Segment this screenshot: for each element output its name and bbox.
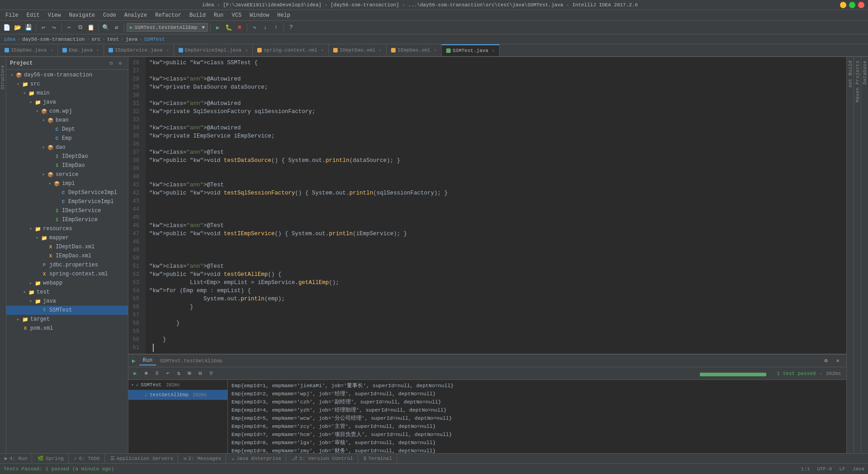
redo-btn[interactable]: ↪ bbox=[49, 23, 59, 33]
nav-idea[interactable]: idea bbox=[4, 37, 15, 42]
tree-item-target[interactable]: ▸ 📁 target bbox=[6, 315, 128, 324]
tab-empserviceimpljava[interactable]: EmpServiceImpl.java ✕ bbox=[174, 44, 253, 56]
bottom-tool-2-messages[interactable]: ✉2: Messages bbox=[179, 454, 226, 464]
tree-item-java-main[interactable]: ▾ 📁 java bbox=[6, 98, 128, 107]
tree-item-impl[interactable]: ▾ 📦 impl bbox=[6, 179, 128, 188]
tab-close-icon[interactable]: ✕ bbox=[166, 47, 169, 53]
run-btn[interactable]: ▶ bbox=[213, 23, 223, 33]
tree-item-day56[interactable]: ▾ 📦 day56-ssm-transaction bbox=[6, 71, 128, 80]
tree-item-EmpServiceImpl[interactable]: C EmpServiceImpl bbox=[6, 197, 128, 206]
menu-help[interactable]: Help bbox=[274, 11, 294, 19]
tree-item-IEmpService[interactable]: I IEmpService bbox=[6, 215, 128, 224]
tree-item-spring-context.xml[interactable]: X spring-context.xml bbox=[6, 270, 128, 279]
step-over-btn[interactable]: ↷ bbox=[250, 23, 259, 33]
undo-btn[interactable]: ↩ bbox=[38, 23, 48, 33]
cursor-pos[interactable]: 1:1 bbox=[801, 466, 810, 472]
tree-item-IEmpDao.xml[interactable]: X IEmpDao.xml bbox=[6, 251, 128, 261]
nav-ssmtest[interactable]: SSMTest bbox=[144, 37, 165, 42]
database-panel[interactable]: Database bbox=[861, 57, 868, 453]
bottom-tool-2-version-control[interactable]: ⎇2: Version Control bbox=[287, 454, 358, 464]
tree-item-IDeptDao[interactable]: I IDeptDao bbox=[6, 152, 128, 161]
close-btn[interactable] bbox=[858, 2, 864, 8]
debug-btn[interactable]: 🐛 bbox=[224, 23, 234, 33]
nav-src[interactable]: src bbox=[91, 37, 100, 42]
step-into-btn[interactable]: ↓ bbox=[260, 23, 270, 33]
bottom-tool-application-servers[interactable]: ☰Application Servers bbox=[106, 454, 178, 464]
menu-refactor[interactable]: Refactor bbox=[151, 11, 185, 19]
tab-ideptdaoxml[interactable]: IDeptDao.xml ✕ bbox=[329, 44, 387, 56]
step-out-btn[interactable]: ↑ bbox=[271, 23, 281, 33]
run-settings-btn[interactable]: ⚙ bbox=[821, 356, 831, 366]
run-filter-btn[interactable]: ▽ bbox=[206, 369, 216, 379]
tab-spring-contextxml[interactable]: spring-context.xml ✕ bbox=[253, 44, 329, 56]
replace-btn[interactable]: ⇄ bbox=[112, 23, 122, 33]
run-close-btn[interactable]: ✕ bbox=[833, 356, 843, 366]
run-tree-item-ssmtest[interactable]: ▾ ✓ SSMTest 282ms bbox=[128, 380, 227, 390]
tab-iempservicejava[interactable]: IEmpService.java ✕ bbox=[104, 44, 174, 56]
menu-run[interactable]: Run bbox=[210, 11, 227, 19]
tree-item-SSMTest[interactable]: T SSMTest bbox=[6, 306, 128, 315]
bottom-tool-spring[interactable]: 🌿Spring bbox=[33, 454, 69, 464]
run-collapse-btn[interactable]: ⊟ bbox=[195, 369, 205, 379]
menu-file[interactable]: File bbox=[2, 11, 22, 19]
cut-btn[interactable]: ✂ bbox=[64, 23, 74, 33]
tree-item-jdbc.properties[interactable]: P jdbc.properties bbox=[6, 261, 128, 270]
tree-item-IDeptService[interactable]: I IDeptService bbox=[6, 206, 128, 215]
tree-item-Emp[interactable]: C Emp bbox=[6, 134, 128, 143]
menu-window[interactable]: Window bbox=[246, 11, 273, 19]
tab-empjava[interactable]: Emp.java ✕ bbox=[58, 44, 104, 56]
open-btn[interactable]: 📂 bbox=[13, 23, 23, 33]
tree-item-main[interactable]: ▾ 📁 main bbox=[6, 89, 128, 98]
tree-item-IEmpDao[interactable]: I IEmpDao bbox=[6, 161, 128, 170]
tree-item-java-test[interactable]: ▾ 📁 java bbox=[6, 297, 128, 306]
tree-item-DeptServiceImpl[interactable]: C DeptServiceImpl bbox=[6, 188, 128, 197]
copy-btn[interactable]: ⧉ bbox=[75, 23, 85, 33]
menu-edit[interactable]: Edit bbox=[23, 11, 43, 19]
tree-item-dao[interactable]: ▾ 📦 dao bbox=[6, 143, 128, 152]
help-btn[interactable]: ? bbox=[286, 23, 296, 33]
maximize-btn[interactable] bbox=[849, 2, 855, 8]
file-type[interactable]: Java bbox=[853, 466, 864, 472]
bottom-tool-6-todo[interactable]: ✓6: TODO bbox=[70, 454, 105, 464]
run-expand-btn[interactable]: ⊞ bbox=[184, 369, 194, 379]
tab-iempdaoxml[interactable]: IEmpDao.xml ✕ bbox=[387, 44, 442, 56]
ant-build-panel[interactable]: Ant Build bbox=[846, 57, 854, 453]
menu-code[interactable]: Code bbox=[99, 11, 120, 19]
run-stop-btn[interactable]: ■ bbox=[141, 369, 151, 379]
collapse-all-btn[interactable]: ⊟ bbox=[107, 59, 115, 67]
ant-build-label[interactable]: Ant Build bbox=[847, 57, 854, 91]
nav-test[interactable]: test bbox=[107, 37, 119, 42]
tab-close-icon[interactable]: ✕ bbox=[434, 47, 437, 53]
run-restore-btn[interactable]: ↶ bbox=[163, 369, 173, 379]
tree-item-bean[interactable]: ▾ 📦 bean bbox=[6, 116, 128, 125]
run-sort-btn[interactable]: ⇅ bbox=[174, 369, 184, 379]
maven-projects-label[interactable]: Maven Projects bbox=[854, 57, 861, 106]
maven-projects-panel[interactable]: Maven Projects bbox=[854, 57, 861, 453]
rerun-btn[interactable]: ▶ bbox=[130, 369, 140, 379]
bottom-tool-4-run[interactable]: ▶4: Run bbox=[0, 454, 32, 464]
run-config-selector[interactable]: ▶ SSMTest.testGetAllEmp ▼ bbox=[127, 23, 208, 32]
menu-vcs[interactable]: VCS bbox=[228, 11, 245, 19]
run-tab[interactable]: Run bbox=[139, 356, 156, 365]
run-pause-btn[interactable]: ⏸ bbox=[152, 369, 162, 379]
tab-close-icon[interactable]: ✕ bbox=[492, 48, 495, 53]
menu-navigate[interactable]: Navigate bbox=[65, 11, 99, 19]
new-btn[interactable]: 📄 bbox=[2, 23, 12, 33]
tree-item-src[interactable]: ▾ 📁 src bbox=[6, 80, 128, 89]
tree-item-test-dir[interactable]: ▾ 📁 test bbox=[6, 288, 128, 297]
run-tree-item-testgetallemp[interactable]: ✓ testGetAllEmp 282ms bbox=[128, 390, 227, 400]
line-ending[interactable]: LF bbox=[839, 466, 845, 472]
paste-btn[interactable]: 📋 bbox=[86, 23, 96, 33]
find-btn[interactable]: 🔍 bbox=[101, 23, 111, 33]
menu-view[interactable]: View bbox=[44, 11, 65, 19]
minimize-btn[interactable] bbox=[840, 2, 846, 8]
menu-build[interactable]: Build bbox=[186, 11, 209, 19]
tree-item-IDeptDao.xml[interactable]: X IDeptDao.xml bbox=[6, 242, 128, 251]
tab-close-icon[interactable]: ✕ bbox=[321, 47, 324, 53]
tab-close-icon[interactable]: ✕ bbox=[245, 47, 248, 53]
tab-iempdaojava[interactable]: IEmpDao.java ✕ bbox=[0, 44, 58, 56]
tree-item-webapp[interactable]: ▸ 📁 webapp bbox=[6, 279, 128, 288]
tree-item-resources[interactable]: ▾ 📁 resources bbox=[6, 224, 128, 233]
settings-btn[interactable]: ⚙ bbox=[116, 59, 124, 67]
nav-project[interactable]: day56-ssm-transaction bbox=[22, 37, 85, 42]
